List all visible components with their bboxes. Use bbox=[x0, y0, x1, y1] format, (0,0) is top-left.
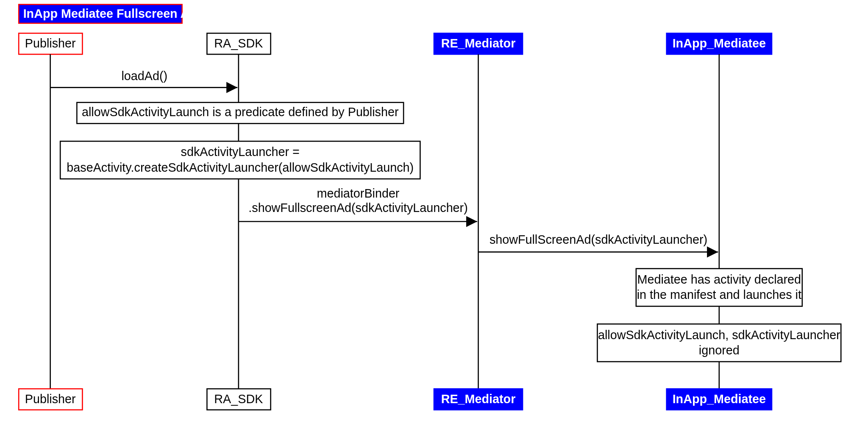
note-ignored-l1: allowSdkActivityLaunch, sdkActivityLaunc… bbox=[598, 328, 840, 342]
actor-publisher-bottom-label: Publisher bbox=[25, 392, 76, 406]
actor-re-mediator-bottom-label: RE_Mediator bbox=[441, 392, 516, 406]
note-mediatee-activity-l2: in the manifest and launches it bbox=[637, 288, 801, 301]
actor-publisher-label: Publisher bbox=[25, 36, 76, 50]
note-sdk-launcher-line1: sdkActivityLauncher = bbox=[181, 145, 300, 159]
sequence-diagram: InApp Mediatee Fullscreen Ad Publisher R… bbox=[0, 0, 868, 432]
actor-inapp-mediatee-label: InApp_Mediatee bbox=[673, 36, 766, 50]
actor-re-mediator-label: RE_Mediator bbox=[441, 36, 516, 50]
actor-inapp-mediatee-bottom-label: InApp_Mediatee bbox=[673, 392, 766, 406]
note-ignored-l2: ignored bbox=[699, 343, 740, 357]
msg-loadad: loadAd() bbox=[121, 69, 167, 83]
diagram-title: InApp Mediatee Fullscreen Ad bbox=[23, 7, 197, 20]
msg-mediator-binder-l2: .showFullscreenAd(sdkActivityLauncher) bbox=[248, 201, 467, 215]
msg-mediator-binder-l1: mediatorBinder bbox=[317, 187, 400, 200]
msg-show-fullscreen: showFullScreenAd(sdkActivityLauncher) bbox=[490, 233, 707, 246]
note-allow-predicate-text: allowSdkActivityLaunch is a predicate de… bbox=[82, 105, 399, 119]
actor-ra-sdk-bottom-label: RA_SDK bbox=[214, 392, 263, 406]
actor-ra-sdk-label: RA_SDK bbox=[214, 36, 263, 50]
note-sdk-launcher-line2: baseActivity.createSdkActivityLauncher(a… bbox=[67, 161, 414, 174]
note-mediatee-activity-l1: Mediatee has activity declared bbox=[637, 273, 801, 286]
